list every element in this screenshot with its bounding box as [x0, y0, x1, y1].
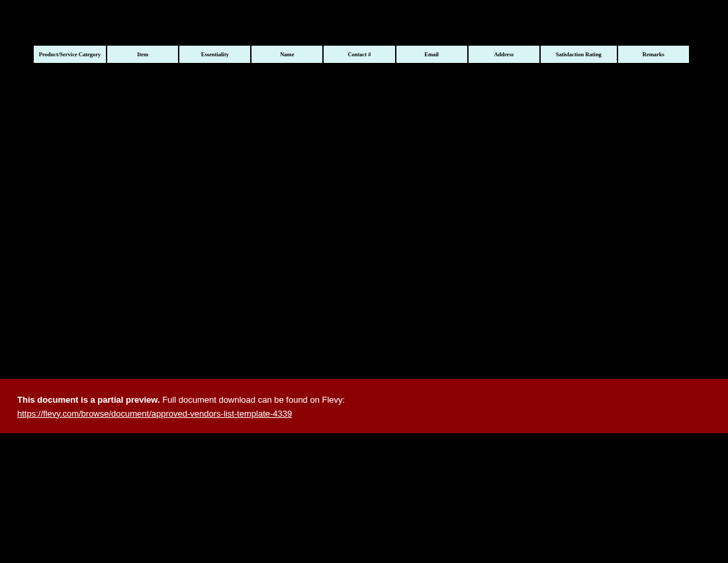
header-product-service-category: Product/Service Category — [33, 45, 107, 64]
notice-bold-text: This document is a partial preview. — [17, 395, 160, 405]
header-name: Name — [251, 45, 323, 64]
preview-notice-banner: This document is a partial preview. Full… — [0, 379, 728, 433]
table-header-row: Product/Service Category Item Essentiali… — [33, 45, 690, 64]
header-item: Item — [107, 45, 179, 64]
header-essentiality: Essentiality — [179, 45, 251, 64]
notice-text-line: This document is a partial preview. Full… — [17, 393, 711, 407]
header-email: Email — [396, 45, 468, 64]
header-satisfaction-rating: Satisfaction Rating — [540, 45, 617, 64]
header-contact-number: Contact # — [323, 45, 395, 64]
header-address: Address — [468, 45, 540, 64]
notice-link[interactable]: https://flevy.com/browse/document/approv… — [17, 409, 292, 419]
vendors-table: Product/Service Category Item Essentiali… — [33, 45, 690, 64]
header-remarks: Remarks — [617, 45, 690, 64]
notice-rest-text: Full document download can be found on F… — [160, 395, 345, 405]
